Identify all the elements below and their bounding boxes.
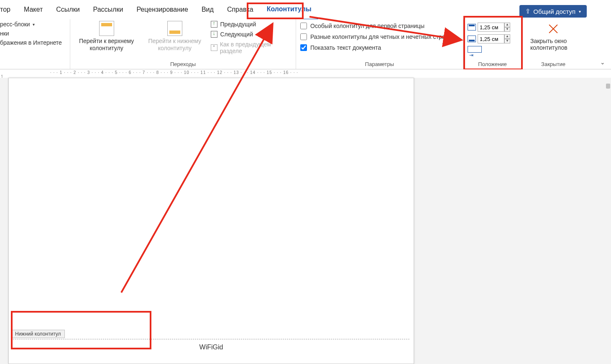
first-page-different-label: Особый колонтитул для первой страницы [310,23,424,29]
goto-header-button[interactable]: Перейти к верхнему колонтитулу [74,21,138,52]
share-button[interactable]: ⇪ Общий доступ ▾ [519,5,587,18]
group-navigation-label: Переходы [74,60,291,68]
tab-view[interactable]: Вид [195,0,220,19]
close-header-footer-button[interactable]: Закрыть окно колонтитулов [530,21,576,51]
workspace-background [414,78,611,364]
group-position-label: Положение [468,60,517,68]
odd-even-different-label: Разные колонтитулы для четных и нечетных… [310,33,455,40]
chevron-down-icon: ▾ [579,9,581,14]
tab-links[interactable]: Ссылки [49,0,86,19]
footer-zone[interactable]: Нижний колонтитул WiFiGid [9,339,414,351]
ribbon: ресс-блоки ▾ нки бражения в Интернете Пе… [0,19,611,69]
express-blocks-item[interactable]: ресс-блоки ▾ [0,21,62,28]
show-document-text-label: Показать текст документа [310,44,381,51]
link-previous-button: Как в предыдущем разделе [211,41,291,54]
insert-tab-row[interactable] [468,46,510,53]
chevron-down-icon: ▾ [33,22,35,27]
checkbox-input[interactable] [300,44,307,51]
spinner-down-icon[interactable]: ▼ [504,27,510,32]
collapse-ribbon-button[interactable]: ⌄ [600,59,605,66]
header-from-top-row: ▲ ▼ [468,23,510,32]
share-label: Общий доступ [533,8,575,15]
odd-even-different-checkbox[interactable]: Разные колонтитулы для четных и нечетных… [300,33,455,40]
group-left-cut: ресс-блоки ▾ нки бражения в Интернете [0,19,70,69]
tab-cut[interactable]: тор [0,0,17,19]
footer-from-bottom-spinner[interactable]: ▲ ▼ [478,34,510,43]
document-page[interactable]: Нижний колонтитул WiFiGid [8,78,414,364]
online-images-label: бражения в Интернете [0,39,62,46]
group-position: ▲ ▼ ▲ ▼ [463,19,522,69]
images-item[interactable]: нки [0,30,62,37]
checkbox-input[interactable] [300,33,307,40]
share-icon: ⇪ [525,8,531,15]
footer-tag-label: Нижний колонтитул [11,330,65,338]
group-navigation: Перейти к верхнему колонтитулу Перейти к… [70,19,296,69]
previous-icon [211,21,217,28]
tab-header-footer[interactable]: Колонтитулы [260,0,318,20]
tab-mailings[interactable]: Рассылки [87,0,130,19]
tab-review[interactable]: Рецензирование [130,0,195,19]
goto-header-label: Перейти к верхнему колонтитулу [74,38,138,52]
previous-label: Предыдущий [220,21,256,28]
show-document-text-checkbox[interactable]: Показать текст документа [300,44,455,51]
express-blocks-label: ресс-блоки [0,21,30,28]
tab-layout[interactable]: Макет [17,0,49,19]
close-button-label: Закрыть окно колонтитулов [530,38,576,51]
previous-button[interactable]: Предыдущий [211,21,291,28]
link-icon [211,44,217,51]
group-close: Закрыть окно колонтитулов Закрытие [522,19,585,69]
spinner-down-icon[interactable]: ▼ [504,39,510,43]
spinner-up-icon[interactable]: ▲ [504,23,510,27]
document-workspace: Нижний колонтитул WiFiGid [0,78,611,364]
footer-from-bottom-row: ▲ ▼ [468,34,510,43]
goto-footer-label: Перейти к нижнему колонтитулу [143,38,207,52]
next-icon [211,31,217,38]
horizontal-ruler[interactable]: 1 · · · 1 · · · 2 · · · 3 · · · 4 · · · … [0,69,611,78]
spinner-up-icon[interactable]: ▲ [504,34,510,39]
header-top-icon [468,24,476,31]
checkbox-input[interactable] [300,23,307,29]
tab-help[interactable]: Справка [220,0,260,19]
link-previous-label: Как в предыдущем разделе [220,41,291,54]
close-icon [546,21,561,36]
online-images-item[interactable]: бражения в Интернете [0,39,62,46]
insert-tab-icon [468,46,482,53]
group-close-label: Закрытие [526,60,580,68]
footer-text[interactable]: WiFiGid [9,339,414,351]
next-button[interactable]: Следующий [211,31,291,38]
header-from-top-input[interactable] [478,23,504,32]
vertical-ruler-mark: 1 [1,74,3,78]
group-parameters-label: Параметры [300,60,459,68]
footer-icon [167,21,182,36]
first-page-different-checkbox[interactable]: Особый колонтитул для первой страницы [300,23,455,29]
images-label: нки [0,30,9,37]
next-label: Следующий [220,31,253,38]
vertical-scrollbar-thumb[interactable] [606,84,610,89]
footer-from-bottom-input[interactable] [478,34,504,43]
header-icon [99,21,114,36]
header-from-top-spinner[interactable]: ▲ ▼ [478,23,510,32]
ruler-numbers: · · · 1 · · · 2 · · · 3 · · · 4 · · · 5 … [50,70,298,75]
goto-footer-button: Перейти к нижнему колонтитулу [143,21,207,52]
group-left-label [4,60,66,68]
group-parameters: Особый колонтитул для первой страницы Ра… [296,19,463,69]
footer-bottom-icon [468,36,476,42]
